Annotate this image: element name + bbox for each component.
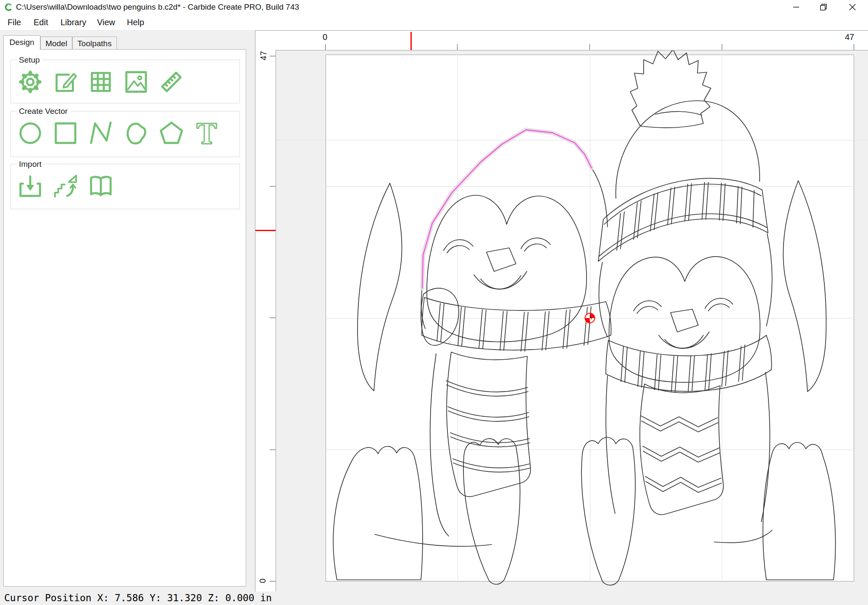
- cursor-x-marker: [410, 32, 412, 50]
- create-circle-button[interactable]: [17, 121, 44, 147]
- create-polygon-button[interactable]: [158, 121, 185, 147]
- ruler-h-end: 47: [845, 32, 854, 42]
- selected-polyline[interactable]: [422, 130, 592, 288]
- penguin-foot: [333, 446, 423, 580]
- create-text-button[interactable]: [193, 121, 220, 147]
- import-box-arrow-icon: [17, 173, 43, 201]
- penguin-foot: [763, 442, 836, 580]
- import-group-label: Import: [17, 160, 44, 169]
- menu-bar: File Edit Library View Help: [0, 14, 868, 31]
- rectangle-icon: [53, 120, 79, 148]
- close-button[interactable]: [840, 0, 865, 14]
- document-pencil-icon: [53, 69, 79, 97]
- selection-halo: [422, 130, 592, 288]
- grid-icon: [88, 69, 114, 97]
- polygon-icon: [158, 120, 184, 148]
- polyline-icon: [88, 120, 114, 148]
- ruler-v-bottom: 0: [258, 579, 268, 583]
- right-penguin-face: [609, 257, 760, 382]
- horizontal-ruler: 0 47: [276, 30, 868, 50]
- gear-icon: [17, 69, 43, 97]
- job-origin-marker: [585, 313, 595, 323]
- title-bar: C:\Users\willa\Downloads\two penguins b.…: [0, 0, 868, 14]
- design-canvas[interactable]: [276, 50, 868, 592]
- create-vector-group-label: Create Vector: [17, 107, 70, 116]
- status-bar: Cursor Position X: 7.586 Y: 31.320 Z: 0.…: [0, 592, 868, 605]
- penguin-foot: [581, 437, 635, 585]
- design-library-button[interactable]: [87, 174, 114, 200]
- tab-toolpaths[interactable]: Toolpaths: [72, 37, 117, 50]
- design-panel: Setup: [3, 49, 246, 587]
- create-curve-button[interactable]: [123, 121, 150, 147]
- create-vector-group: Create Vector: [11, 111, 240, 157]
- tab-design[interactable]: Design: [3, 35, 40, 50]
- tab-model[interactable]: Model: [40, 37, 72, 50]
- vertical-ruler: 47 0: [255, 50, 276, 592]
- app-window: C:\Users\willa\Downloads\two penguins b.…: [0, 0, 868, 605]
- stairs-arrow-icon: [53, 173, 79, 201]
- create-polyline-button[interactable]: [87, 121, 114, 147]
- measure-button[interactable]: [158, 69, 185, 96]
- cursor-position-readout: Cursor Position X: 7.586 Y: 31.320 Z: 0.…: [4, 592, 272, 603]
- penguin-foot: [463, 439, 520, 584]
- ruler-corner: [255, 30, 276, 50]
- circle-icon: [17, 120, 43, 148]
- minimize-button[interactable]: [784, 0, 808, 14]
- right-penguin-wing: [783, 181, 826, 392]
- cursor-y-marker: [255, 230, 276, 231]
- grid-button[interactable]: [87, 69, 114, 96]
- job-setup-button[interactable]: [17, 69, 44, 96]
- menu-file[interactable]: File: [5, 17, 24, 28]
- menu-edit[interactable]: Edit: [31, 17, 50, 28]
- setup-group: Setup: [11, 60, 240, 103]
- left-penguin-wing: [358, 183, 402, 391]
- trace-button[interactable]: [52, 174, 79, 200]
- trace-image-button[interactable]: [123, 69, 150, 96]
- window-title: C:\Users\willa\Downloads\two penguins b.…: [16, 3, 299, 12]
- menu-library[interactable]: Library: [58, 17, 89, 28]
- create-rectangle-button[interactable]: [52, 121, 79, 147]
- edit-document-button[interactable]: [52, 69, 79, 96]
- ruler-v-top: 47: [259, 51, 268, 60]
- restore-button[interactable]: [811, 0, 836, 14]
- penguins-line-art: [276, 50, 868, 592]
- ruler-h-origin: 0: [323, 32, 327, 42]
- ruler-icon: [158, 69, 184, 97]
- setup-group-label: Setup: [17, 55, 42, 65]
- curve-icon: [123, 120, 149, 148]
- text-icon: [194, 120, 220, 148]
- menu-help[interactable]: Help: [124, 17, 147, 28]
- import-file-button[interactable]: [17, 174, 44, 200]
- import-group: Import: [11, 164, 240, 209]
- menu-view[interactable]: View: [95, 17, 118, 28]
- app-logo-icon: [5, 3, 13, 11]
- image-icon: [123, 69, 149, 97]
- open-book-icon: [88, 173, 114, 201]
- left-penguin-scarf: [422, 297, 611, 350]
- right-penguin-pompom: [630, 50, 711, 128]
